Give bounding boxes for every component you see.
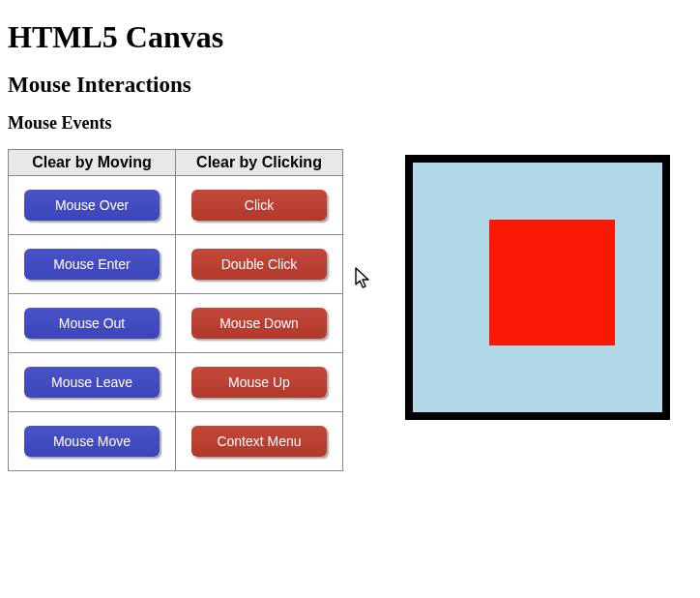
section-title: Mouse Interactions bbox=[8, 73, 692, 98]
column-header-moving: Clear by Moving bbox=[9, 150, 176, 176]
mouse-enter-button[interactable]: Mouse Enter bbox=[24, 249, 160, 280]
table-row: Mouse Over Click bbox=[9, 176, 343, 235]
table-row: Mouse Out Mouse Down bbox=[9, 294, 343, 353]
click-button[interactable]: Click bbox=[191, 190, 327, 221]
table-row: Mouse Enter Double Click bbox=[9, 235, 343, 294]
mouse-leave-button[interactable]: Mouse Leave bbox=[24, 367, 160, 398]
mouse-over-button[interactable]: Mouse Over bbox=[24, 190, 160, 221]
mouse-move-button[interactable]: Mouse Move bbox=[24, 426, 160, 457]
column-header-clicking: Clear by Clicking bbox=[176, 150, 343, 176]
table-row: Mouse Move Context Menu bbox=[9, 412, 343, 471]
mouse-out-button[interactable]: Mouse Out bbox=[24, 308, 160, 339]
page-title: HTML5 Canvas bbox=[8, 19, 692, 55]
mouse-up-button[interactable]: Mouse Up bbox=[191, 367, 327, 398]
double-click-button[interactable]: Double Click bbox=[191, 249, 327, 280]
cursor-icon bbox=[355, 267, 372, 294]
canvas-red-square[interactable] bbox=[489, 220, 615, 345]
subsection-title: Mouse Events bbox=[8, 113, 692, 134]
mouse-down-button[interactable]: Mouse Down bbox=[191, 308, 327, 339]
canvas-area[interactable] bbox=[405, 155, 670, 420]
mouse-events-table: Clear by Moving Clear by Clicking Mouse … bbox=[8, 149, 343, 471]
context-menu-button[interactable]: Context Menu bbox=[191, 426, 327, 457]
table-row: Mouse Leave Mouse Up bbox=[9, 353, 343, 412]
